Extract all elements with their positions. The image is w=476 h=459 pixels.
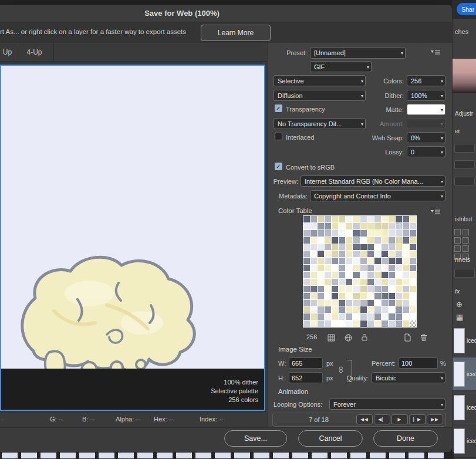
layer-row[interactable]: iced: [453, 324, 476, 357]
preview-pane[interactable]: 100% ditherSelective palette256 colors: [0, 65, 265, 411]
color-swatch[interactable]: [339, 306, 345, 313]
color-swatch[interactable]: [325, 300, 331, 306]
color-swatch[interactable]: [318, 223, 324, 230]
add-icon[interactable]: ⊕: [456, 300, 463, 309]
panel-tool-icon[interactable]: [463, 229, 469, 235]
color-swatch[interactable]: [360, 279, 367, 285]
color-swatch[interactable]: [332, 237, 338, 244]
color-swatch[interactable]: [382, 223, 388, 230]
color-swatch[interactable]: [339, 279, 345, 285]
learn-more-button[interactable]: Learn More: [201, 25, 271, 41]
play-button[interactable]: ▶: [391, 414, 408, 424]
cancel-button[interactable]: Cancel: [298, 430, 363, 447]
color-swatch[interactable]: [374, 279, 381, 285]
layer-row[interactable]: iced: [453, 424, 476, 458]
color-swatch[interactable]: [374, 293, 381, 299]
color-swatch[interactable]: [367, 279, 374, 285]
color-swatch[interactable]: [403, 293, 409, 299]
timeline-frame-thumbnail[interactable]: [137, 453, 153, 458]
color-swatch[interactable]: [410, 223, 416, 230]
color-swatch[interactable]: [346, 320, 352, 327]
color-swatch[interactable]: [318, 306, 324, 313]
panel-tab-adjustments[interactable]: Adjustr: [455, 110, 473, 117]
color-swatch[interactable]: [318, 237, 324, 244]
color-swatch[interactable]: [403, 237, 409, 244]
timeline-frame-thumbnail[interactable]: [409, 453, 424, 458]
color-swatch[interactable]: [339, 237, 345, 244]
panel-tab-channels[interactable]: nnels: [455, 256, 470, 263]
colors-dropdown[interactable]: 256 ▾: [407, 75, 445, 86]
color-swatch[interactable]: [339, 286, 345, 292]
panel-field[interactable]: [454, 144, 475, 153]
color-swatch[interactable]: [339, 272, 345, 278]
color-swatch[interactable]: [396, 313, 402, 320]
color-swatch[interactable]: [310, 300, 317, 306]
color-swatch[interactable]: [339, 223, 345, 230]
color-swatch[interactable]: [332, 223, 338, 230]
color-swatch[interactable]: [382, 320, 388, 327]
color-swatch[interactable]: [310, 279, 317, 285]
color-swatch[interactable]: [396, 251, 402, 257]
timeline-frame-thumbnail[interactable]: [60, 453, 76, 458]
color-swatch[interactable]: [382, 251, 388, 257]
color-swatch[interactable]: [410, 293, 416, 299]
last-frame-button[interactable]: ▶▶: [427, 414, 443, 424]
color-swatch[interactable]: [367, 306, 374, 313]
color-swatch[interactable]: [389, 313, 395, 320]
preset-dropdown[interactable]: [Unnamed] ▾: [310, 47, 406, 59]
color-swatch[interactable]: [396, 244, 402, 251]
color-swatch[interactable]: [396, 237, 402, 244]
panel-field[interactable]: [454, 160, 475, 169]
color-swatch[interactable]: [303, 286, 310, 292]
color-swatch[interactable]: [339, 251, 345, 257]
color-swatch[interactable]: [382, 293, 388, 299]
save-button[interactable]: Save...: [224, 430, 287, 447]
color-swatch[interactable]: [339, 230, 345, 237]
timeline-frame-thumbnail[interactable]: [40, 453, 56, 458]
color-swatch[interactable]: [353, 244, 359, 251]
color-swatch[interactable]: [389, 244, 395, 251]
color-swatch[interactable]: [303, 272, 310, 278]
panel-field[interactable]: [454, 269, 475, 278]
color-swatch[interactable]: [318, 244, 324, 251]
color-swatch[interactable]: [374, 320, 381, 327]
color-swatch[interactable]: [367, 272, 374, 278]
panel-tab-swatches[interactable]: ches: [455, 28, 468, 35]
trash-icon[interactable]: [419, 333, 428, 342]
web-shift-icon[interactable]: [343, 333, 353, 342]
color-swatch[interactable]: [303, 320, 310, 327]
color-swatch[interactable]: [396, 306, 402, 313]
preview-image-area[interactable]: [1, 66, 264, 369]
color-swatch[interactable]: [346, 306, 352, 313]
color-swatch[interactable]: [389, 306, 395, 313]
color-swatch[interactable]: [325, 306, 331, 313]
color-swatch[interactable]: [318, 258, 324, 264]
timeline-frame-thumbnail[interactable]: [118, 453, 134, 458]
color-swatch[interactable]: [346, 286, 352, 292]
color-swatch[interactable]: [382, 237, 388, 244]
transparency-swatch[interactable]: [410, 320, 416, 327]
color-swatch[interactable]: [374, 306, 381, 313]
color-swatch[interactable]: [332, 272, 338, 278]
preset-menu-icon[interactable]: [430, 49, 441, 56]
color-swatch[interactable]: [310, 286, 317, 292]
color-swatch[interactable]: [303, 216, 310, 222]
color-swatch[interactable]: [353, 265, 359, 271]
color-swatch[interactable]: [303, 313, 310, 320]
panel-tool-icon[interactable]: [463, 245, 469, 252]
color-swatch[interactable]: [382, 244, 388, 251]
color-swatch[interactable]: [389, 223, 395, 230]
color-swatch[interactable]: [367, 313, 374, 320]
color-swatch[interactable]: [396, 286, 402, 292]
color-swatch[interactable]: [374, 223, 381, 230]
color-swatch[interactable]: [410, 313, 416, 320]
color-swatch[interactable]: [310, 244, 317, 251]
color-swatch[interactable]: [318, 286, 324, 292]
color-swatch[interactable]: [403, 306, 409, 313]
color-swatch[interactable]: [332, 313, 338, 320]
color-swatch[interactable]: [318, 216, 324, 222]
color-swatch[interactable]: [396, 272, 402, 278]
color-swatch[interactable]: [310, 306, 317, 313]
color-swatch[interactable]: [346, 237, 352, 244]
dialog-titlebar[interactable]: Save for Web (100%): [0, 5, 452, 22]
